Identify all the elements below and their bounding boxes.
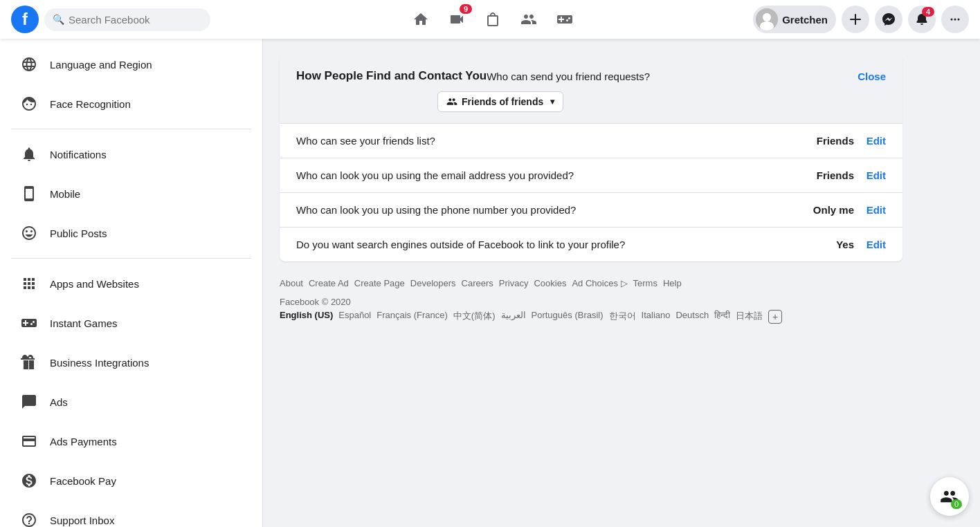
friends-of-friends-dropdown[interactable]: Friends of friends ▾ xyxy=(437,91,563,112)
footer-link[interactable]: Cookies xyxy=(534,278,566,288)
groups-nav-btn[interactable] xyxy=(512,3,545,36)
face-icon xyxy=(17,91,42,116)
svg-point-4 xyxy=(954,19,956,21)
privacy-question-2: Who can look you up using the phone numb… xyxy=(296,204,799,216)
edit-btn-1[interactable]: Edit xyxy=(865,169,886,181)
sidebar-item-apps[interactable]: Apps and Websites xyxy=(6,264,257,303)
settings-card: How People Find and Contact You Who can … xyxy=(280,55,902,261)
footer-link[interactable]: Create Ad xyxy=(309,278,349,288)
sidebar-item-language[interactable]: Language and Region xyxy=(6,45,257,84)
add-language-btn[interactable]: + xyxy=(768,310,782,324)
edit-btn-2[interactable]: Edit xyxy=(865,204,886,216)
sidebar-item-face[interactable]: Face Recognition xyxy=(6,84,257,123)
pay-icon xyxy=(17,468,42,493)
home-nav-btn[interactable] xyxy=(404,3,437,36)
sidebar-item-business[interactable]: Business Integrations xyxy=(6,343,257,382)
privacy-row-0: Who can see your friends list? Friends E… xyxy=(280,124,902,158)
sidebar-item-games[interactable]: Instant Games xyxy=(6,304,257,342)
sidebar-item-ads[interactable]: Ads xyxy=(6,382,257,421)
footer-lang[interactable]: Português (Brasil) xyxy=(532,310,604,324)
notifications-btn[interactable]: 4 xyxy=(908,6,936,33)
footer-link[interactable]: Help xyxy=(663,278,682,288)
footer-link[interactable]: Privacy xyxy=(499,278,529,288)
globe-icon xyxy=(17,221,42,246)
privacy-question-3: Do you want search engines outside of Fa… xyxy=(296,239,799,250)
sidebar-item-notifications[interactable]: Notifications xyxy=(6,135,257,174)
footer-links: AboutCreate AdCreate PageDevelopersCaree… xyxy=(280,272,902,294)
sidebar-divider-2 xyxy=(11,258,251,259)
video-badge: 9 xyxy=(460,4,472,14)
ads-payments-icon xyxy=(17,429,42,454)
public-posts-label: Public Posts xyxy=(50,228,107,239)
svg-point-5 xyxy=(958,19,960,21)
sidebar-item-support[interactable]: Support Inbox xyxy=(6,501,257,527)
notifications-side-icon xyxy=(17,142,42,167)
footer-link[interactable]: Developers xyxy=(410,278,456,288)
facebook-logo[interactable]: f xyxy=(11,6,39,33)
footer-link[interactable]: Careers xyxy=(462,278,493,288)
notifications-badge: 4 xyxy=(922,7,934,17)
sidebar-item-facebook-pay[interactable]: Facebook Pay xyxy=(6,461,257,500)
search-box[interactable]: 🔍 xyxy=(44,8,210,31)
add-btn[interactable] xyxy=(842,6,869,33)
svg-point-1 xyxy=(763,13,771,21)
business-icon xyxy=(17,350,42,375)
search-icon: 🔍 xyxy=(53,14,64,25)
gaming-nav-btn[interactable] xyxy=(548,3,581,36)
footer-link[interactable]: Ad Choices ▷ xyxy=(572,278,627,288)
sidebar-item-ads-payments[interactable]: Ads Payments xyxy=(6,422,257,461)
float-button[interactable]: 0 xyxy=(930,477,969,516)
footer-link[interactable]: Create Page xyxy=(354,278,405,288)
messenger-btn[interactable] xyxy=(875,6,902,33)
footer-lang[interactable]: Español xyxy=(338,310,371,324)
ads-label: Ads xyxy=(50,396,68,408)
float-badge: 0 xyxy=(951,499,962,509)
footer: AboutCreate AdCreate PageDevelopersCaree… xyxy=(280,272,902,324)
footer-lang[interactable]: Italiano xyxy=(642,310,671,324)
footer-lang[interactable]: 日本語 xyxy=(736,310,763,324)
friend-req-header: Who can send you friend requests? Close xyxy=(487,71,886,82)
page-body: Language and Region Face Recognition Not… xyxy=(0,39,980,527)
edit-btn-0[interactable]: Edit xyxy=(865,135,886,147)
privacy-question-1: Who can look you up using the email addr… xyxy=(296,169,799,181)
main-content: How People Find and Contact You Who can … xyxy=(263,39,980,527)
privacy-value-3: Yes xyxy=(799,239,854,250)
language-label: Language and Region xyxy=(50,59,152,71)
footer-lang[interactable]: English (US) xyxy=(280,310,333,324)
video-nav-btn[interactable]: 9 xyxy=(440,3,473,36)
footer-lang[interactable]: العربية xyxy=(501,310,526,324)
marketplace-nav-btn[interactable] xyxy=(476,3,509,36)
svg-point-3 xyxy=(951,19,953,21)
user-name: Gretchen xyxy=(782,14,828,26)
face-label: Face Recognition xyxy=(50,98,131,110)
privacy-value-2: Only me xyxy=(799,204,854,216)
friend-request-section: How People Find and Contact You Who can … xyxy=(280,55,902,124)
privacy-question-0: Who can see your friends list? xyxy=(296,135,799,147)
footer-link[interactable]: About xyxy=(280,278,303,288)
footer-lang[interactable]: 中文(简体) xyxy=(453,310,496,324)
user-avatar xyxy=(756,8,778,30)
sidebar-item-public-posts[interactable]: Public Posts xyxy=(6,214,257,252)
close-btn[interactable]: Close xyxy=(858,71,886,82)
footer-lang[interactable]: 한국어 xyxy=(609,310,636,324)
nav-left: f 🔍 xyxy=(11,6,233,33)
section-header-row: How People Find and Contact You Who can … xyxy=(296,69,886,83)
footer-copyright: Facebook © 2020 xyxy=(280,297,902,307)
edit-btn-3[interactable]: Edit xyxy=(865,239,886,250)
sidebar: Language and Region Face Recognition Not… xyxy=(0,39,263,527)
mobile-label: Mobile xyxy=(50,188,80,200)
top-navigation: f 🔍 9 Gretchen xyxy=(0,0,980,39)
mobile-icon xyxy=(17,181,42,206)
search-input[interactable] xyxy=(69,14,202,26)
menu-btn[interactable] xyxy=(941,6,969,33)
footer-lang[interactable]: Deutsch xyxy=(675,310,709,324)
footer-lang[interactable]: Français (France) xyxy=(376,310,448,324)
section-title: How People Find and Contact You xyxy=(296,69,487,83)
footer-link[interactable]: Terms xyxy=(633,278,657,288)
user-pill[interactable]: Gretchen xyxy=(753,6,836,33)
footer-languages: English (US)EspañolFrançais (France)中文(简… xyxy=(280,310,902,324)
sidebar-item-mobile[interactable]: Mobile xyxy=(6,174,257,213)
footer-lang[interactable]: हिन्दी xyxy=(714,310,730,324)
apps-label: Apps and Websites xyxy=(50,278,139,290)
privacy-value-0: Friends xyxy=(799,135,854,147)
